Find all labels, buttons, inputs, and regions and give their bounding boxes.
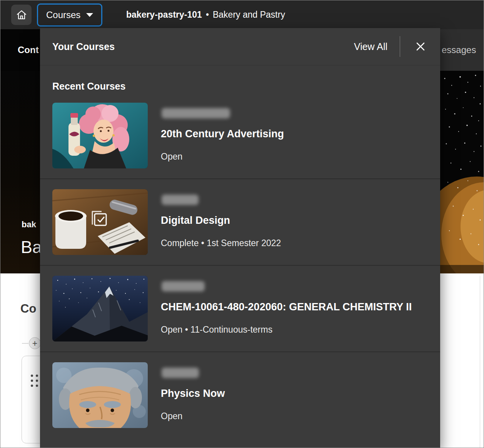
courses-dropdown-panel: Your Courses View All Recent Courses [40, 28, 440, 448]
course-meta: Digital Design Complete • 1st Semester 2… [161, 189, 281, 255]
redacted-course-id-chip [162, 368, 199, 378]
course-row-general-chemistry[interactable]: CHEM-10061-480-202060: GENERAL CHEMISTRY… [40, 265, 440, 351]
course-title: Digital Design [161, 215, 281, 226]
top-navigation-bar: Courses bakery-pastry-101 • Bakery and P… [0, 0, 484, 29]
tab-messages-partial[interactable]: essages [440, 29, 484, 71]
content-card-right-edge [480, 276, 480, 448]
panel-header: Your Courses View All [40, 28, 440, 65]
view-all-link[interactable]: View All [354, 41, 387, 52]
course-title: 20th Century Advertising [161, 128, 284, 140]
courses-button-label: Courses [46, 10, 80, 20]
course-status: Open • 11-Continuous-terms [161, 325, 412, 335]
course-row-physics-now[interactable]: Physics Now Open [40, 351, 440, 438]
course-thumbnail-night-mountain [52, 276, 148, 341]
drag-handle-icon[interactable] [31, 375, 38, 387]
home-icon [16, 10, 27, 20]
course-meta: Physics Now Open [161, 362, 225, 428]
course-status: Open [161, 152, 284, 162]
course-meta: 20th Century Advertising Open [161, 103, 284, 168]
breadcrumb-course-id: bakery-pastry-101 [126, 10, 202, 20]
banner-course-id-partial: bak [22, 220, 36, 230]
redacted-course-id-chip [162, 281, 205, 291]
panel-title: Your Courses [52, 41, 115, 52]
tab-content-label: Cont [18, 45, 39, 55]
course-banner-pastry-image [440, 71, 484, 273]
tab-messages-label: essages [442, 45, 476, 55]
page-content-right [440, 273, 484, 448]
close-button[interactable] [412, 38, 429, 55]
course-row-20th-century-advertising[interactable]: 20th Century Advertising Open [40, 93, 440, 178]
course-thumbnail-coffee-notebook [52, 189, 148, 255]
banner-course-title-partial: Ba [21, 237, 42, 257]
add-content-divider [22, 343, 28, 344]
recent-courses-heading: Recent Courses [52, 81, 440, 92]
breadcrumb-course-name: Bakery and Pastry [213, 10, 285, 20]
add-content-button[interactable]: + [29, 337, 41, 349]
redacted-course-id-chip [162, 108, 230, 118]
header-vertical-divider [400, 36, 400, 57]
course-status: Open [161, 411, 225, 421]
breadcrumb: bakery-pastry-101 • Bakery and Pastry [126, 0, 285, 29]
course-thumbnail-advertising [52, 103, 148, 168]
course-meta: CHEM-10061-480-202060: GENERAL CHEMISTRY… [161, 276, 412, 341]
course-thumbnail-einstein-figurine [52, 362, 148, 428]
course-status: Complete • 1st Semester 2022 [161, 238, 281, 248]
courses-dropdown-button[interactable]: Courses [37, 3, 102, 27]
screen: Courses bakery-pastry-101 • Bakery and P… [0, 0, 484, 448]
caret-down-icon [86, 13, 93, 17]
course-title: Physics Now [161, 388, 225, 400]
home-button[interactable] [11, 5, 32, 25]
tab-content-partial[interactable]: Cont [0, 29, 40, 71]
breadcrumb-separator: • [206, 10, 209, 20]
course-row-digital-design[interactable]: Digital Design Complete • 1st Semester 2… [40, 178, 440, 265]
redacted-course-id-chip [162, 195, 199, 205]
content-heading-partial: Co [20, 302, 36, 316]
close-icon [415, 41, 426, 52]
course-title: CHEM-10061-480-202060: GENERAL CHEMISTRY… [161, 301, 412, 313]
